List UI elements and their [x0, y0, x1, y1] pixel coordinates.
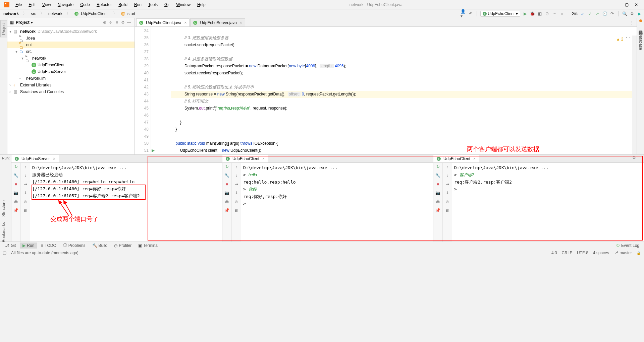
git-history-icon[interactable]: 🕘	[602, 11, 607, 16]
console-output[interactable]: D:\develop\Java\JDK\bin\java.exe ... 服务器…	[30, 163, 222, 242]
wrap-icon[interactable]: ⇥	[234, 182, 239, 187]
code-area[interactable]: // 3. 把数据报发给服务器 socket.send(requestPacke…	[151, 27, 637, 154]
up-icon[interactable]: ↑	[23, 164, 28, 169]
print-icon[interactable]: 🖶	[13, 199, 19, 204]
print-icon[interactable]: 🖶	[224, 199, 230, 204]
wrap-icon[interactable]: ⇥	[23, 182, 28, 187]
editor-more-icon[interactable]: ⋮	[627, 19, 637, 26]
close-icon[interactable]: ✕	[635, 2, 638, 7]
filter-icon[interactable]: ⎚	[445, 199, 450, 204]
console-output[interactable]: D:\develop\Java\JDK\bin\java.exe ... > h…	[241, 163, 433, 242]
search-icon[interactable]: 🔍	[622, 11, 627, 16]
print-icon[interactable]: 🖶	[435, 199, 441, 204]
pin-icon[interactable]: 📌	[13, 208, 19, 213]
stop-icon[interactable]: ■	[435, 182, 441, 187]
editor-body[interactable]: 343536373839404142434445464748495051▶52 …	[135, 27, 637, 154]
minimize-icon[interactable]: —	[615, 2, 619, 7]
maximize-icon[interactable]: ▢	[625, 2, 629, 7]
pin-icon[interactable]: 📌	[435, 208, 441, 213]
collapse-all-icon[interactable]: ≡	[114, 20, 120, 25]
pin-icon[interactable]: 📌	[224, 208, 230, 213]
filter-icon[interactable]: ⎚	[23, 199, 28, 204]
filter-icon[interactable]: ⎚	[234, 199, 239, 204]
menu-file[interactable]: File	[12, 2, 25, 8]
wrap-icon[interactable]: ⇥	[445, 182, 450, 187]
trash-icon[interactable]: 🗑	[234, 208, 239, 213]
stop-icon[interactable]: ■	[13, 182, 19, 187]
camera-icon[interactable]: 📷	[13, 190, 19, 196]
structure-rail-tab[interactable]: Structure	[1, 198, 7, 219]
run-tool-icon[interactable]: 🔧	[435, 173, 441, 178]
more-run-icon[interactable]: ⋯	[552, 11, 557, 16]
menu-view[interactable]: View	[39, 2, 54, 8]
caret-position[interactable]: 4:3	[551, 251, 557, 255]
editor-scrollbar[interactable]	[632, 36, 637, 154]
right-tab-1[interactable]: 代码随想录	[637, 25, 644, 29]
btab-problems[interactable]: ⓘProblems	[60, 242, 88, 249]
project-view-dropdown-icon[interactable]: ▾	[31, 20, 33, 25]
menu-build[interactable]: Build	[115, 2, 131, 8]
project-tree[interactable]: ▾ ▤ network D:\study\JavaCode\2023\netwo…	[7, 27, 135, 96]
btab-todo[interactable]: ≡TODO	[38, 243, 59, 249]
up-icon[interactable]: ↑	[445, 164, 450, 169]
tree-scratches[interactable]: ›▥ Scratches and Consoles	[7, 88, 135, 95]
back-icon[interactable]: ↶	[468, 11, 473, 16]
close-icon[interactable]: ×	[53, 156, 55, 161]
lock-icon[interactable]	[637, 251, 641, 255]
tree-item[interactable]: ▸ 🗀out	[7, 42, 135, 48]
run-tab[interactable]: ▸UdpEchoClient×	[433, 155, 644, 163]
run-tab[interactable]: ▸UdpEchoServer×	[11, 155, 222, 163]
git-update-icon[interactable]: ↙	[580, 11, 585, 16]
trash-icon[interactable]: 🗑	[445, 208, 450, 213]
run-tab[interactable]: ▸UdpEchoClient×	[222, 155, 433, 163]
git-commit-icon[interactable]: ✓	[587, 11, 593, 16]
down-icon[interactable]: ↓	[23, 173, 28, 178]
plugins-icon[interactable]: ▶	[637, 11, 642, 16]
menu-navigate[interactable]: Navigate	[54, 2, 77, 8]
encoding[interactable]: UTF-8	[577, 251, 588, 255]
stop-icon[interactable]: ■	[559, 11, 565, 16]
btab-run[interactable]: ▶Run	[20, 243, 37, 249]
rerun-icon[interactable]: ↻	[435, 164, 441, 169]
rerun-icon[interactable]: ↻	[13, 164, 19, 169]
down-icon[interactable]: ↓	[234, 173, 239, 178]
tree-item[interactable]: ▫network.iml	[7, 75, 135, 82]
right-tab-database[interactable]: Database	[638, 31, 644, 52]
tree-item[interactable]: CUdpEchoServer	[7, 68, 135, 75]
scroll-icon[interactable]: ⤓	[445, 190, 450, 196]
down-icon[interactable]: ↓	[445, 173, 450, 178]
indent[interactable]: 4 spaces	[593, 251, 609, 255]
run-config-selector[interactable]: ▸ UdpEchoClient ▾	[480, 11, 520, 17]
locate-icon[interactable]: ⊕	[102, 20, 108, 25]
console-output[interactable]: D:\develop\Java\JDK\bin\java.exe ... > 客…	[452, 163, 644, 242]
camera-icon[interactable]: 📷	[224, 190, 230, 196]
notification-dot-icon[interactable]	[639, 19, 642, 22]
crumb-method[interactable]: mstart	[120, 11, 138, 16]
expand-all-icon[interactable]: ≑	[108, 20, 114, 25]
editor-tab-client[interactable]: CUdpEchoClient.java×	[136, 18, 190, 26]
menu-window[interactable]: Window	[173, 2, 194, 8]
scroll-icon[interactable]: ⤓	[23, 190, 28, 196]
scroll-icon[interactable]: ⤓	[234, 190, 239, 196]
run-tool-icon[interactable]: 🔧	[13, 173, 19, 178]
panel-settings-icon[interactable]: ⚙	[120, 20, 126, 25]
btab-profiler[interactable]: ◷Profiler	[111, 243, 134, 249]
debug-icon[interactable]: 🐞	[530, 11, 535, 16]
rerun-icon[interactable]: ↻	[224, 164, 230, 169]
tree-item[interactable]: ▸ 🗀.idea	[7, 35, 135, 42]
menu-run[interactable]: Run	[131, 2, 145, 8]
hide-panel-icon[interactable]: —	[126, 20, 132, 25]
profile-icon[interactable]: ⊙	[544, 11, 550, 16]
menu-git[interactable]: Git	[161, 2, 173, 8]
crumb-class[interactable]: CUdpEchoClient	[73, 11, 110, 16]
crumb-pkg[interactable]: network	[47, 11, 64, 16]
close-icon[interactable]: ×	[262, 156, 265, 161]
camera-icon[interactable]: 📷	[435, 190, 441, 196]
menu-refactor[interactable]: Refactor	[93, 2, 115, 8]
coverage-icon[interactable]: ◧	[537, 11, 542, 16]
stop-icon[interactable]: ■	[224, 182, 230, 187]
up-icon[interactable]: ↑	[234, 164, 239, 169]
project-rail-tab[interactable]: Project	[0, 20, 7, 37]
run-hide-icon[interactable]: —	[639, 155, 643, 160]
inspection-summary[interactable]: ▲ 2 ˄ ˅	[616, 37, 631, 42]
